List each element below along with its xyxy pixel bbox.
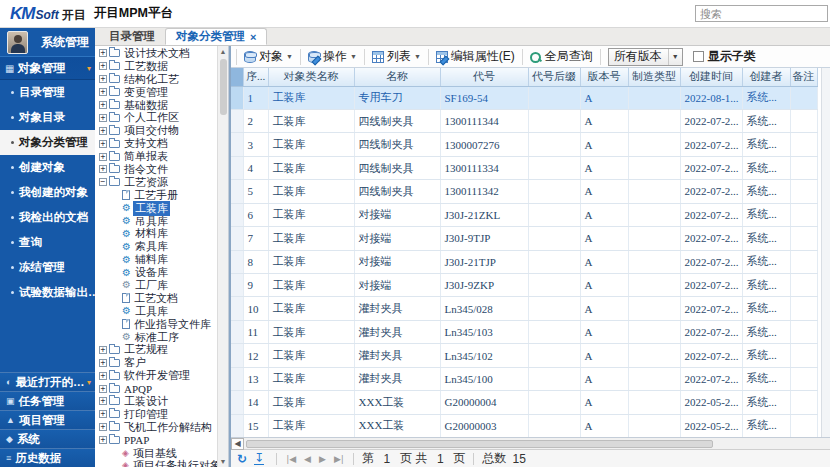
sidebar-section-object-management[interactable]: ▦ 对象管理 ▾ <box>0 56 95 80</box>
column-header-创建时间[interactable]: 创建时间 <box>680 68 742 86</box>
全局查询-button[interactable]: 全局查询 <box>526 47 597 67</box>
expand-icon[interactable]: + <box>99 372 107 380</box>
sidebar-section-任务管理[interactable]: ▣任务管理 <box>0 391 95 410</box>
table-row[interactable]: 13工装库灌封夹具Ln345/100A2022-07-2...系统... <box>231 367 817 390</box>
expand-icon[interactable]: + <box>99 165 107 173</box>
column-header-对象类名称[interactable]: 对象类名称 <box>268 68 354 86</box>
expand-icon[interactable]: + <box>99 346 107 354</box>
grid-vertical-scrollbar[interactable] <box>821 68 830 437</box>
tree-item-项目任务执行对象[interactable]: ◈项目任务执行对象 <box>95 460 217 467</box>
export-icon[interactable]: ↧ <box>254 452 264 465</box>
column-header-版本号[interactable]: 版本号 <box>580 68 628 86</box>
row-select-cell[interactable] <box>231 274 243 297</box>
expand-icon[interactable]: + <box>99 359 107 367</box>
row-select-cell[interactable] <box>231 297 243 320</box>
row-select-cell[interactable] <box>231 180 243 203</box>
row-select-cell[interactable] <box>231 250 243 273</box>
table-row[interactable]: 1工装库专用车刀SF169-54A2022-08-1...系统... <box>231 86 817 109</box>
列表-button[interactable]: 列表▼ <box>368 47 425 67</box>
expand-icon[interactable]: + <box>99 62 107 70</box>
row-select-cell[interactable] <box>231 414 243 437</box>
expand-icon[interactable]: + <box>99 410 107 418</box>
sidebar-item-创建对象[interactable]: 创建对象 <box>0 155 95 180</box>
column-header-备注[interactable]: 备注 <box>790 68 817 86</box>
scroll-up-icon[interactable]: ▲ <box>220 46 227 57</box>
sidebar-item-对象目录[interactable]: 对象目录 <box>0 105 95 130</box>
expand-icon[interactable]: + <box>99 114 107 122</box>
sidebar-item-试验数据输出…[interactable]: 试验数据输出… <box>0 280 95 305</box>
version-select[interactable]: 所有版本▼ <box>608 48 683 66</box>
column-header-代号后缀[interactable]: 代号后缀 <box>528 68 580 86</box>
expand-icon[interactable]: + <box>99 127 107 135</box>
row-select-cell[interactable] <box>231 86 243 109</box>
row-select-cell[interactable] <box>231 391 243 414</box>
row-select-cell[interactable] <box>231 344 243 367</box>
column-header-制造类型[interactable]: 制造类型 <box>628 68 680 86</box>
sidebar-item-我检出的文档[interactable]: 我检出的文档 <box>0 205 95 230</box>
sidebar-item-目录管理[interactable]: 目录管理 <box>0 80 95 105</box>
refresh-icon[interactable]: ↻ <box>237 453 247 465</box>
sidebar-item-对象分类管理[interactable]: 对象分类管理 <box>0 130 95 155</box>
table-row[interactable]: 8工装库对接端J30J-21TJPA2022-07-2...系统... <box>231 250 817 273</box>
table-row[interactable]: 6工装库对接端J30J-21ZKLA2022-07-2...系统... <box>231 203 817 226</box>
table-row[interactable]: 12工装库灌封夹具Ln345/102A2022-07-2...系统... <box>231 344 817 367</box>
row-select-cell[interactable] <box>231 133 243 156</box>
next-page-icon[interactable]: ▶ <box>319 454 326 464</box>
current-page[interactable]: 1 <box>380 452 394 466</box>
row-select-cell[interactable] <box>231 156 243 179</box>
column-header-代号[interactable]: 代号 <box>440 68 528 86</box>
sidebar-section-系统[interactable]: ◆系统 <box>0 429 95 448</box>
tree-item-飞机工作分解结构[interactable]: +飞机工作分解结构 <box>95 421 217 434</box>
show-subclass-toggle[interactable]: 显示子类 <box>693 48 756 65</box>
expand-icon[interactable]: + <box>99 101 107 109</box>
tab-目录管理[interactable]: 目录管理 <box>99 28 165 45</box>
操作-button[interactable]: 操作▼ <box>304 47 361 67</box>
sidebar-item-我创建的对象[interactable]: 我创建的对象 <box>0 180 95 205</box>
select-all-header[interactable] <box>231 68 243 86</box>
scroll-down-icon[interactable]: ▼ <box>220 456 227 467</box>
column-header-名称[interactable]: 名称 <box>354 68 440 86</box>
sidebar-section-项目管理[interactable]: ▲项目管理 <box>0 410 95 429</box>
table-row[interactable]: 4工装库四线制夹具1300111334A2022-07-2...系统... <box>231 156 817 179</box>
table-row[interactable]: 5工装库四线制夹具1300111342A2022-07-2...系统... <box>231 180 817 203</box>
search-input[interactable] <box>695 5 828 22</box>
table-row[interactable]: 14工装库XXX工装G20000004A2022-05-2...系统... <box>231 391 817 414</box>
grid-horizontal-scrollbar[interactable]: ◀ <box>231 438 830 450</box>
row-select-cell[interactable] <box>231 320 243 343</box>
table-row[interactable]: 11工装库灌封夹具Ln345/103A2022-07-2...系统... <box>231 320 817 343</box>
expand-icon[interactable]: + <box>99 397 107 405</box>
编辑属性(E)-button[interactable]: 编辑属性(E) <box>432 47 519 67</box>
table-row[interactable]: 15工装库XXX工装G20000003A2022-05-2...系统... <box>231 414 817 437</box>
sidebar-item-查询[interactable]: 查询 <box>0 230 95 255</box>
row-select-cell[interactable] <box>231 109 243 132</box>
chevron-down-icon[interactable]: ▾ <box>87 378 91 387</box>
first-page-icon[interactable]: |◀ <box>286 454 296 464</box>
expand-icon[interactable]: + <box>99 436 107 444</box>
scroll-left-icon[interactable]: ◀ <box>231 438 244 450</box>
collapse-icon[interactable]: ▾ <box>87 64 91 73</box>
table-row[interactable]: 10工装库灌封夹具Ln345/028A2022-07-2...系统... <box>231 297 817 320</box>
sidebar-section-历史数据[interactable]: ≡历史数据 <box>0 448 95 467</box>
row-select-cell[interactable] <box>231 367 243 390</box>
tree-item-工艺规程[interactable]: +工艺规程 <box>95 343 217 356</box>
expand-icon[interactable]: + <box>99 140 107 148</box>
expand-icon[interactable]: + <box>99 75 107 83</box>
对象-button[interactable]: 对象▼ <box>240 47 297 67</box>
hscroll-thumb[interactable] <box>246 440 713 448</box>
column-header-创建者[interactable]: 创建者 <box>742 68 790 86</box>
row-select-cell[interactable] <box>231 203 243 226</box>
expand-icon[interactable]: + <box>99 88 107 96</box>
expand-icon[interactable]: + <box>99 49 107 57</box>
sidebar-section-最近打开的…[interactable]: ◐最近打开的…▾ <box>0 372 95 391</box>
close-icon[interactable]: × <box>250 31 256 43</box>
expand-icon[interactable]: + <box>99 153 107 161</box>
expand-icon[interactable]: + <box>99 423 107 431</box>
tree-scrollbar[interactable]: ▲ ▼ <box>217 46 228 467</box>
column-header-序...[interactable]: 序... <box>243 68 268 86</box>
expand-icon[interactable]: + <box>99 385 107 393</box>
table-row[interactable]: 3工装库四线制夹具1300007276A2022-07-2...系统... <box>231 133 817 156</box>
scroll-thumb[interactable] <box>220 59 227 115</box>
tab-对象分类管理[interactable]: 对象分类管理× <box>165 28 267 45</box>
collapse-icon[interactable]: − <box>99 178 107 186</box>
sidebar-item-冻结管理[interactable]: 冻结管理 <box>0 255 95 280</box>
